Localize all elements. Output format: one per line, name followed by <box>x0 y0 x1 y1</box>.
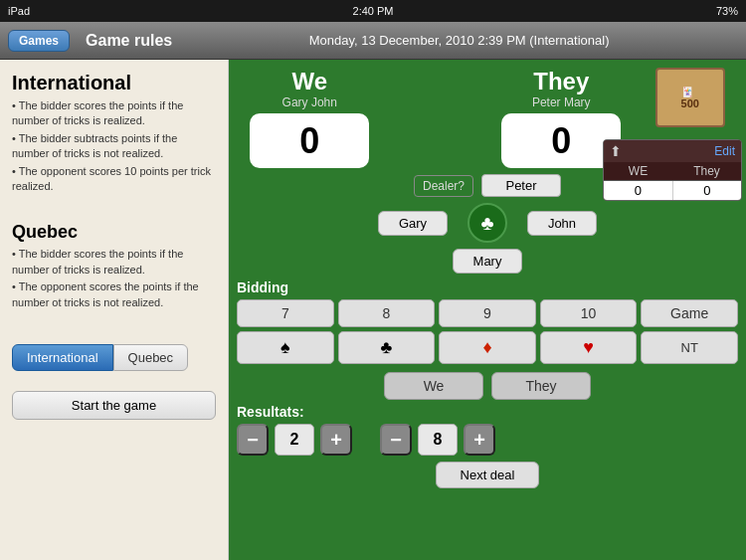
they-result-value: 8 <box>418 424 458 456</box>
bid-nt[interactable]: NT <box>641 331 738 364</box>
they-players: Peter Mary <box>532 95 591 109</box>
bid-8[interactable]: 8 <box>338 299 436 327</box>
international-rule-1: • The bidder scores the points if the nu… <box>12 98 216 129</box>
score-table-header: ⬆ Edit <box>604 140 741 162</box>
status-right: 73% <box>716 5 738 17</box>
status-time: 2:40 PM <box>353 5 394 17</box>
nav-bar: Games Game rules Monday, 13 December, 20… <box>0 22 746 60</box>
next-deal-row: Next deal <box>237 462 738 488</box>
center-card-suit: ♣ <box>480 212 493 235</box>
bid-7[interactable]: 7 <box>237 299 334 327</box>
we-label: We <box>291 68 327 95</box>
bid-9[interactable]: 9 <box>439 299 536 327</box>
we-players: Gary John <box>282 95 337 109</box>
main-layout: International • The bidder scores the po… <box>0 60 746 560</box>
start-game-button[interactable]: Start the game <box>12 391 216 420</box>
right-panel: We Gary John 0 They Peter Mary 0 🃏 500 D… <box>229 60 746 560</box>
player-john-button[interactable]: John <box>527 211 597 236</box>
result-controls: − 2 + − 8 + <box>237 424 738 456</box>
we-minus-button[interactable]: − <box>237 424 269 456</box>
dealer-label: Dealer? <box>414 175 473 197</box>
bid-heart[interactable]: ♥ <box>540 331 638 364</box>
bid-suits: ♠ ♣ ♦ ♥ NT <box>237 331 738 364</box>
score-row-0: 0 0 <box>604 181 741 200</box>
international-heading: International <box>12 72 216 94</box>
they-button[interactable]: They <box>491 372 591 400</box>
status-left: iPad <box>8 5 30 17</box>
they-label: They <box>533 68 589 95</box>
score-we-0: 0 <box>604 181 673 200</box>
players-area: Gary ♣ John <box>237 203 738 243</box>
we-button[interactable]: We <box>384 372 483 400</box>
quebec-rule-2: • The opponent scores the points if the … <box>12 280 216 310</box>
card-image: 🃏 500 <box>655 68 725 127</box>
games-button[interactable]: Games <box>8 30 70 52</box>
quebec-section: Quebec • The bidder scores the points if… <box>12 212 216 312</box>
bid-10[interactable]: 10 <box>540 299 638 327</box>
international-rule-2: • The bidder subtracts points if the num… <box>12 131 216 162</box>
score-they-0: 0 <box>673 181 742 200</box>
we-plus-button[interactable]: + <box>320 424 352 456</box>
card-image-inner: 🃏 500 <box>681 87 699 109</box>
bid-spade[interactable]: ♠ <box>237 331 334 364</box>
quebec-rule-1: • The bidder scores the points if the nu… <box>12 247 216 278</box>
they-minus-button[interactable]: − <box>380 424 412 456</box>
player-mary-row: Mary <box>453 249 522 274</box>
share-icon[interactable]: ⬆ <box>610 143 622 159</box>
score-col-they: They <box>672 162 741 180</box>
center-card: ♣ <box>467 203 507 243</box>
nav-title: Game rules <box>86 32 172 50</box>
they-plus-button[interactable]: + <box>464 424 495 456</box>
card-image-label: 500 <box>681 97 699 109</box>
bidding-section: Bidding 7 8 9 10 Game ♠ ♣ ♦ ♥ NT <box>237 280 738 364</box>
rule-buttons: International Quebec <box>12 344 216 371</box>
quebec-heading: Quebec <box>12 222 216 243</box>
score-table: ⬆ Edit WE They 0 0 <box>603 139 742 201</box>
left-panel: International • The bidder scores the po… <box>0 60 229 560</box>
status-bar: iPad 2:40 PM 73% <box>0 0 746 22</box>
next-deal-button[interactable]: Next deal <box>436 462 540 488</box>
player-mary-button[interactable]: Mary <box>453 249 522 274</box>
international-rule-button[interactable]: International <box>12 344 113 371</box>
bidding-label: Bidding <box>237 280 738 295</box>
we-score: 0 <box>250 113 369 168</box>
player-gary-button[interactable]: Gary <box>378 211 448 236</box>
bid-numbers: 7 8 9 10 Game <box>237 299 738 327</box>
international-rule-3: • The opponent scores 10 points per tric… <box>12 164 216 195</box>
header-date: Monday, 13 December, 2010 2:39 PM (Inter… <box>180 33 738 48</box>
score-table-columns: WE They <box>604 162 741 181</box>
dealer-name: Peter <box>481 174 561 197</box>
bid-game[interactable]: Game <box>641 299 738 327</box>
quebec-rule-button[interactable]: Quebec <box>113 344 189 371</box>
we-they-area: We They <box>237 372 738 400</box>
bid-club[interactable]: ♣ <box>338 331 436 364</box>
international-section: International • The bidder scores the po… <box>12 72 216 196</box>
bid-diamond[interactable]: ♦ <box>439 331 536 364</box>
resultats-label: Resultats: <box>237 404 738 420</box>
we-team: We Gary John 0 <box>250 68 369 168</box>
score-col-we: WE <box>604 162 672 180</box>
resultats-section: Resultats: − 2 + − 8 + Next deal <box>237 404 738 488</box>
edit-button[interactable]: Edit <box>714 144 735 158</box>
we-result-value: 2 <box>275 424 314 456</box>
